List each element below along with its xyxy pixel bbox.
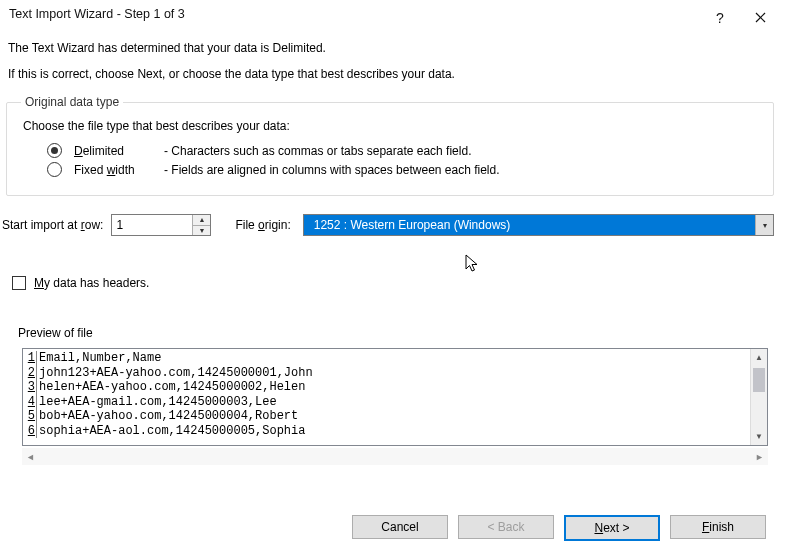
radio-delimited-indicator — [47, 143, 62, 158]
preview-line: 1Email,Number,Name — [23, 351, 767, 366]
scroll-thumb[interactable] — [753, 368, 765, 392]
chevron-down-icon: ▾ — [763, 221, 767, 230]
file-origin-select[interactable]: 1252 : Western European (Windows) ▾ — [303, 214, 774, 236]
radio-fixed-width-label: Fixed width — [74, 163, 160, 177]
back-button: < Back — [458, 515, 554, 539]
preview-line: 2john123+AEA-yahoo.com,14245000001,John — [23, 366, 767, 381]
spinner-up[interactable]: ▲ — [193, 215, 210, 226]
import-settings-row: Start import at row: ▲ ▼ File origin: 12… — [6, 214, 774, 236]
preview-line: 5bob+AEA-yahoo.com,14245000004,Robert — [23, 409, 767, 424]
start-row-input[interactable] — [112, 215, 192, 235]
preview-line: 6sophia+AEA-aol.com,14245000005,Sophia — [23, 424, 767, 439]
scroll-right-arrow[interactable]: ► — [751, 448, 768, 465]
file-origin-label: File origin: — [235, 218, 290, 232]
intro-text-2: If this is correct, choose Next, or choo… — [8, 67, 774, 81]
cancel-button[interactable]: Cancel — [352, 515, 448, 539]
preview-horizontal-scrollbar[interactable]: ◄ ► — [22, 448, 768, 465]
file-origin-value: 1252 : Western European (Windows) — [304, 215, 755, 235]
group-description: Choose the file type that best describes… — [23, 119, 761, 133]
preview-line: 3helen+AEA-yahoo.com,14245000002,Helen — [23, 380, 767, 395]
scroll-left-arrow[interactable]: ◄ — [22, 448, 39, 465]
preview-box: 1Email,Number,Name 2john123+AEA-yahoo.co… — [22, 348, 768, 446]
start-row-spinner[interactable]: ▲ ▼ — [111, 214, 211, 236]
spinner-buttons: ▲ ▼ — [192, 215, 210, 235]
start-row-label: Start import at row: — [2, 218, 103, 232]
file-origin-dropdown-button[interactable]: ▾ — [755, 215, 773, 235]
radio-delimited-label: Delimited — [74, 144, 160, 158]
group-legend: Original data type — [21, 95, 123, 109]
finish-button[interactable]: Finish — [670, 515, 766, 539]
headers-checkbox-label: My data has headers. — [34, 276, 149, 290]
text-import-wizard-dialog: Text Import Wizard - Step 1 of 3 ? The T… — [0, 0, 788, 559]
preview-vertical-scrollbar[interactable]: ▲ ▼ — [750, 349, 767, 445]
radio-delimited[interactable]: Delimited - Characters such as commas or… — [47, 143, 761, 158]
help-button[interactable]: ? — [700, 6, 740, 29]
radio-fixed-width[interactable]: Fixed width - Fields are aligned in colu… — [47, 162, 761, 177]
window-title: Text Import Wizard - Step 1 of 3 — [9, 6, 700, 21]
headers-checkbox[interactable] — [12, 276, 26, 290]
spinner-down[interactable]: ▼ — [193, 226, 210, 236]
dialog-footer: Cancel < Back Next > Finish — [6, 505, 774, 547]
preview-line: 4lee+AEA-gmail.com,14245000003,Lee — [23, 395, 767, 410]
titlebar: Text Import Wizard - Step 1 of 3 ? — [0, 0, 788, 31]
scroll-down-arrow[interactable]: ▼ — [751, 428, 767, 445]
scroll-up-arrow[interactable]: ▲ — [751, 349, 767, 366]
intro-text-1: The Text Wizard has determined that your… — [8, 41, 774, 55]
original-data-type-group: Original data type Choose the file type … — [6, 95, 774, 196]
preview-content: 1Email,Number,Name 2john123+AEA-yahoo.co… — [23, 349, 767, 438]
close-icon — [755, 12, 766, 23]
headers-checkbox-row[interactable]: My data has headers. — [12, 276, 774, 290]
close-button[interactable] — [740, 6, 780, 29]
radio-fixed-width-desc: - Fields are aligned in columns with spa… — [164, 163, 500, 177]
preview-label: Preview of file — [18, 326, 774, 340]
radio-fixed-width-indicator — [47, 162, 62, 177]
radio-delimited-desc: - Characters such as commas or tabs sepa… — [164, 144, 471, 158]
dialog-body: The Text Wizard has determined that your… — [0, 31, 788, 559]
scroll-track[interactable] — [751, 366, 767, 428]
next-button[interactable]: Next > — [564, 515, 660, 541]
